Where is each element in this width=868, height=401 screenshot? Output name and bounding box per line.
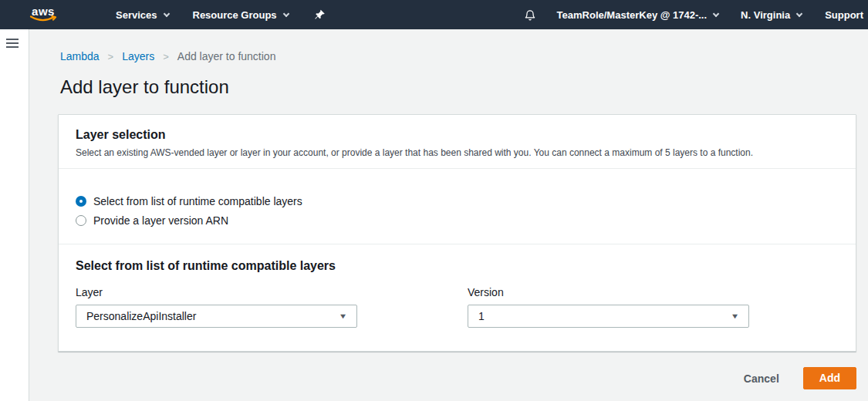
nav-account-label: TeamRole/MasterKey @ 1742-... <box>557 9 708 21</box>
breadcrumb-lambda[interactable]: Lambda <box>60 50 100 62</box>
version-field: Version 1 ▼ <box>468 286 749 328</box>
nav-region-menu[interactable]: N. Virginia <box>741 9 802 21</box>
chevron-down-icon <box>713 10 719 16</box>
footer-actions: Cancel Add <box>58 367 856 389</box>
radio-label: Select from list of runtime compatible l… <box>93 195 302 207</box>
card-title: Layer selection <box>76 128 839 142</box>
chevron-down-icon <box>796 10 802 16</box>
radio-unselected-icon[interactable] <box>76 215 86 226</box>
hamburger-menu-icon[interactable] <box>6 39 19 50</box>
add-button[interactable]: Add <box>803 367 856 389</box>
pin-icon[interactable] <box>314 8 326 21</box>
breadcrumb-current: Add layer to function <box>177 50 276 62</box>
nav-region-label: N. Virginia <box>741 9 790 21</box>
nav-support[interactable]: Support <box>825 9 863 21</box>
breadcrumb: Lambda > Layers > Add layer to function <box>60 50 868 62</box>
chevron-down-icon <box>163 10 169 16</box>
top-navigation-bar: aws Services Resource Groups <box>0 0 868 29</box>
layer-select-value: PersonalizeApiInstaller <box>86 310 196 322</box>
card-description: Select an existing AWS-vended layer or l… <box>76 147 839 158</box>
dropdown-arrow-icon: ▼ <box>339 312 348 320</box>
nav-resource-groups-menu[interactable]: Resource Groups <box>193 9 289 21</box>
aws-logo[interactable]: aws <box>27 6 59 23</box>
page-title: Add layer to function <box>60 76 868 98</box>
notifications-bell-icon[interactable] <box>524 8 536 22</box>
nav-resource-groups-label: Resource Groups <box>193 9 277 21</box>
radio-option-runtime-compatible[interactable]: Select from list of runtime compatible l… <box>76 195 839 207</box>
radio-selected-icon[interactable] <box>76 196 86 207</box>
main-content: Lambda > Layers > Add layer to function … <box>29 29 868 401</box>
chevron-down-icon <box>282 10 289 16</box>
breadcrumb-layers[interactable]: Layers <box>122 50 154 62</box>
aws-smile-icon <box>29 15 57 23</box>
dropdown-arrow-icon: ▼ <box>731 312 740 320</box>
version-select[interactable]: 1 ▼ <box>468 305 749 328</box>
layer-field: Layer PersonalizeApiInstaller ▼ <box>76 286 357 328</box>
radio-option-layer-version-arn[interactable]: Provide a layer version ARN <box>76 214 839 227</box>
layer-selection-card: Layer selection Select an existing AWS-v… <box>58 114 856 352</box>
layer-field-label: Layer <box>76 286 357 298</box>
layer-select[interactable]: PersonalizeApiInstaller ▼ <box>76 305 357 328</box>
left-sidebar-rail <box>0 29 29 401</box>
nav-services-label: Services <box>116 9 157 21</box>
nav-support-label: Support <box>825 9 863 21</box>
breadcrumb-separator: > <box>163 51 169 62</box>
version-select-value: 1 <box>478 310 485 322</box>
nav-services-menu[interactable]: Services <box>116 9 169 21</box>
nav-account-menu[interactable]: TeamRole/MasterKey @ 1742-... <box>557 9 719 21</box>
version-field-label: Version <box>468 286 749 298</box>
cancel-button[interactable]: Cancel <box>744 372 779 385</box>
section-heading: Select from list of runtime compatible l… <box>76 259 839 273</box>
radio-label: Provide a layer version ARN <box>93 214 228 227</box>
breadcrumb-separator: > <box>108 51 114 62</box>
